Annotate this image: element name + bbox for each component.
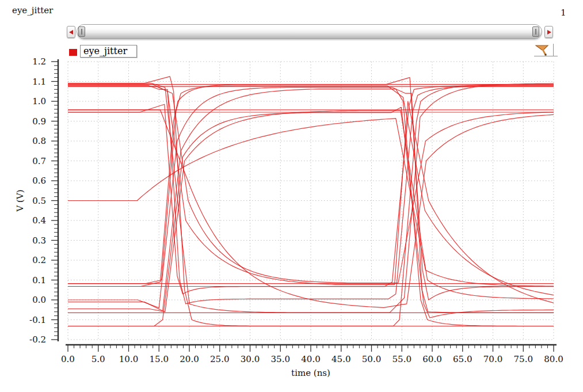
y-tick-label: 1.2 [32, 56, 46, 67]
y-tick-label: 0.1 [32, 275, 46, 286]
y-tick-label: 0.7 [32, 156, 46, 166]
y-tick-label: 1.0 [32, 96, 46, 106]
x-axis-title: time (ns) [291, 368, 330, 378]
x-tick-label: 70.0 [483, 354, 502, 364]
x-tick-label: 35.0 [271, 354, 290, 364]
y-tick-label: 0.9 [32, 116, 46, 127]
x-tick-label: 5.0 [92, 354, 105, 364]
x-tick-label: 25.0 [210, 354, 229, 364]
waveform-window: eye_jitter 1 eye_jitter -0.2-0.10.00.10.… [0, 0, 583, 392]
plot-canvas[interactable]: -0.2-0.10.00.10.20.30.40.50.60.70.80.91.… [0, 0, 583, 392]
eye-trace[interactable] [68, 86, 554, 283]
y-tick-label: 0.2 [32, 255, 46, 265]
x-tick-label: 10.0 [119, 354, 138, 364]
eye-trace[interactable] [68, 89, 554, 326]
y-tick-label: 0.8 [32, 136, 46, 146]
y-tick-label: 0.0 [32, 295, 46, 305]
y-tick-label: 0.5 [32, 196, 46, 206]
x-tick-label: 50.0 [362, 354, 381, 364]
x-tick-label: 30.0 [241, 354, 260, 364]
y-tick-label: 1.1 [32, 77, 46, 87]
x-tick-label: 15.0 [150, 354, 169, 364]
x-tick-label: 40.0 [301, 354, 320, 364]
x-tick-label: 45.0 [331, 354, 350, 364]
y-tick-label: 0.4 [32, 215, 46, 226]
x-tick-label: 75.0 [514, 354, 533, 364]
y-tick-label: 0.6 [32, 176, 46, 186]
y-tick-label: -0.1 [29, 315, 46, 325]
y-axis-title: V (V) [15, 189, 25, 212]
x-tick-label: 20.0 [180, 354, 199, 364]
x-tick-label: 60.0 [422, 354, 441, 364]
x-tick-label: 80.0 [544, 354, 563, 364]
x-tick-label: 65.0 [453, 354, 472, 364]
y-tick-label: -0.2 [29, 334, 46, 345]
x-tick-label: 55.0 [393, 354, 411, 364]
x-tick-label: 0.0 [61, 354, 75, 364]
y-tick-label: 0.3 [32, 235, 46, 246]
